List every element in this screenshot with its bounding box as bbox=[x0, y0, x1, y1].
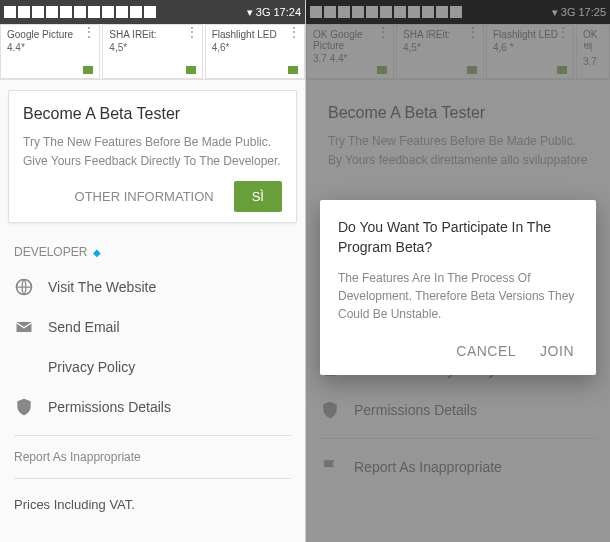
status-bar: ▾ 3G 17:24 bbox=[0, 0, 305, 24]
signal-icon: ▾ bbox=[247, 6, 253, 19]
app-name: SHA IREit: bbox=[109, 29, 195, 40]
beta-title: Become A Beta Tester bbox=[23, 105, 282, 123]
footer-text: Prices Including VAT. bbox=[0, 487, 305, 522]
dialog-body: The Features Are In The Process Of Devel… bbox=[338, 269, 578, 323]
free-badge-icon bbox=[186, 66, 196, 74]
developer-section-header[interactable]: DEVELOPER ◆ bbox=[0, 233, 305, 267]
more-icon[interactable]: ⋮ bbox=[288, 29, 300, 35]
beta-join-dialog: Do You Want To Participate In The Progra… bbox=[320, 200, 596, 375]
app-name: Flashlight LED bbox=[212, 29, 298, 40]
network-label: 3G bbox=[256, 6, 271, 18]
divider bbox=[14, 478, 291, 479]
visit-website-row[interactable]: Visit The Website bbox=[0, 267, 305, 307]
app-rating: 4,6* bbox=[212, 42, 298, 53]
time-label: 17:24 bbox=[273, 6, 301, 18]
app-card[interactable]: ⋮ Flashlight LED 4,6* bbox=[205, 24, 305, 79]
expand-icon: ◆ bbox=[93, 247, 101, 258]
developer-label: DEVELOPER bbox=[14, 245, 87, 259]
globe-icon bbox=[14, 277, 34, 297]
left-screenshot: ▾ 3G 17:24 ⋮ Google Picture 4.4* ⋮ SHA I… bbox=[0, 0, 305, 542]
status-icons bbox=[4, 6, 247, 18]
svg-rect-1 bbox=[17, 322, 32, 332]
other-info-button[interactable]: OTHER INFORMATION bbox=[65, 181, 224, 212]
shield-icon bbox=[14, 397, 34, 417]
free-badge-icon bbox=[288, 66, 298, 74]
dialog-title: Do You Want To Participate In The Progra… bbox=[338, 218, 578, 257]
app-card[interactable]: ⋮ SHA IREit: 4,5* bbox=[102, 24, 202, 79]
cancel-button[interactable]: CANCEL bbox=[452, 337, 520, 365]
row-label: Privacy Policy bbox=[48, 359, 135, 375]
app-rating: 4,5* bbox=[109, 42, 195, 53]
row-label: Send Email bbox=[48, 319, 120, 335]
permissions-row[interactable]: Permissions Details bbox=[0, 387, 305, 427]
privacy-policy-row[interactable]: Privacy Policy bbox=[0, 347, 305, 387]
send-email-row[interactable]: Send Email bbox=[0, 307, 305, 347]
beta-body: Try The New Features Before Be Made Publ… bbox=[23, 133, 282, 171]
divider bbox=[14, 435, 291, 436]
app-rating: 4.4* bbox=[7, 42, 93, 53]
email-icon bbox=[14, 317, 34, 337]
row-label: Visit The Website bbox=[48, 279, 156, 295]
row-label: Permissions Details bbox=[48, 399, 171, 415]
blank-icon bbox=[14, 357, 34, 377]
app-card[interactable]: ⋮ Google Picture 4.4* bbox=[0, 24, 100, 79]
app-cards-row[interactable]: ⋮ Google Picture 4.4* ⋮ SHA IREit: 4,5* … bbox=[0, 24, 305, 80]
beta-tester-card: Become A Beta Tester Try The New Feature… bbox=[8, 90, 297, 223]
join-button[interactable]: JOIN bbox=[536, 337, 578, 365]
right-screenshot: ▾ 3G 17:25 ⋮ OK Google Picture 3.7 4.4* … bbox=[305, 0, 610, 542]
report-link[interactable]: Report As Inappropriate bbox=[0, 444, 305, 470]
more-icon[interactable]: ⋮ bbox=[186, 29, 198, 35]
yes-button[interactable]: SÌ bbox=[234, 181, 282, 212]
app-name: Google Picture bbox=[7, 29, 93, 40]
free-badge-icon bbox=[83, 66, 93, 74]
more-icon[interactable]: ⋮ bbox=[83, 29, 95, 35]
